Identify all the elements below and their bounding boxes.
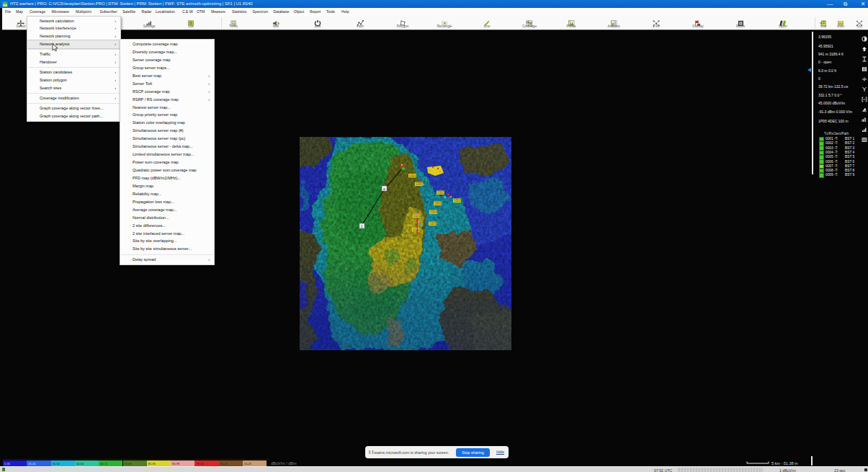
svg-text:5 km - 51.38 m: 5 km - 51.38 m [771, 461, 798, 466]
svg-text:0300: 0300 [416, 182, 424, 186]
svg-text:0300: 0300 [434, 202, 442, 205]
svg-text:0300: 0300 [454, 199, 462, 202]
svg-text:0300: 0300 [429, 222, 437, 226]
svg-text:0300: 0300 [437, 191, 445, 195]
svg-text:0300: 0300 [409, 174, 417, 178]
svg-text:0300: 0300 [430, 210, 438, 214]
